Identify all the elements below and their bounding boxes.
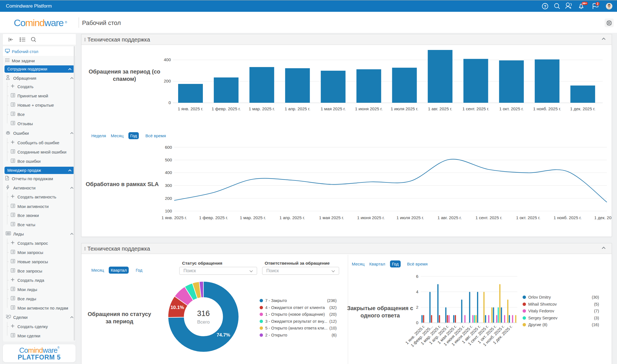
svg-text:1 янв. 2025 г.: 1 янв. 2025 г. — [162, 215, 187, 220]
svg-text:Всего: Всего — [197, 319, 210, 325]
svg-text:0: 0 — [416, 320, 418, 325]
svg-text:400: 400 — [164, 57, 171, 62]
svg-text:6: 6 — [416, 274, 418, 279]
svg-text:316: 316 — [197, 309, 210, 318]
svg-text:500: 500 — [165, 157, 172, 162]
svg-text:1 мая 2025 г.: 1 мая 2025 г. — [321, 106, 346, 111]
svg-text:1 окт. 2025 г.: 1 окт. 2025 г. — [499, 106, 523, 111]
svg-text:1 авг. 2025 г.: 1 авг. 2025 г. — [437, 215, 462, 220]
svg-text:1 мар. 2025 г.: 1 мар. 2025 г. — [249, 106, 275, 111]
svg-text:1 февр. 2025 г.: 1 февр. 2025 г. — [199, 215, 228, 220]
svg-text:1 сент. 2025 г.: 1 сент. 2025 г. — [475, 215, 502, 220]
svg-text:400: 400 — [165, 170, 172, 175]
svg-text:?: ? — [544, 4, 546, 9]
svg-text:10.1%: 10.1% — [171, 305, 184, 310]
svg-text:1 апр. 2025 г.: 1 апр. 2025 г. — [280, 215, 305, 220]
svg-text:74.7%: 74.7% — [217, 332, 230, 338]
svg-text:1 мар. 2025 г.: 1 мар. 2025 г. — [240, 215, 266, 220]
svg-text:300: 300 — [165, 183, 172, 188]
svg-text:1 сент. 2025 г.: 1 сент. 2025 г. — [462, 106, 489, 111]
svg-text:1 июня 2025 г.: 1 июня 2025 г. — [355, 106, 383, 111]
svg-text:0: 0 — [169, 100, 171, 105]
svg-text:1 июня 2025 г.: 1 июня 2025 г. — [357, 215, 385, 220]
svg-text:1 июля 2025 г.: 1 июля 2025 г. — [391, 106, 418, 111]
svg-text:200: 200 — [164, 79, 171, 83]
svg-text:4: 4 — [416, 289, 418, 294]
svg-text:1 мая 2025 г.: 1 мая 2025 г. — [319, 215, 344, 220]
svg-text:2: 2 — [416, 305, 418, 310]
svg-text:1 дек. 2025 г.: 1 дек. 2025 г. — [594, 215, 612, 220]
svg-text:200: 200 — [165, 196, 172, 201]
svg-text:1 окт. 2025 г.: 1 окт. 2025 г. — [516, 215, 540, 220]
svg-text:1 дек. 2025 г.: 1 дек. 2025 г. — [570, 106, 595, 111]
svg-text:1 янв. 2025 г.: 1 янв. 2025 г. — [178, 106, 203, 111]
svg-text:1 авг. 2025 г.: 1 авг. 2025 г. — [428, 106, 452, 111]
svg-text:1 февр. 2025 г.: 1 февр. 2025 г. — [212, 106, 241, 111]
svg-text:1 апр. 2025 г.: 1 апр. 2025 г. — [285, 106, 310, 111]
svg-text:1 июля 2025 г.: 1 июля 2025 г. — [396, 215, 424, 220]
svg-text:100: 100 — [165, 209, 172, 213]
svg-text:600: 600 — [165, 145, 172, 150]
svg-text:1 нояб. 2025 г.: 1 нояб. 2025 г. — [554, 215, 582, 220]
svg-text:1 нояб. 2025 г.: 1 нояб. 2025 г. — [533, 106, 561, 111]
